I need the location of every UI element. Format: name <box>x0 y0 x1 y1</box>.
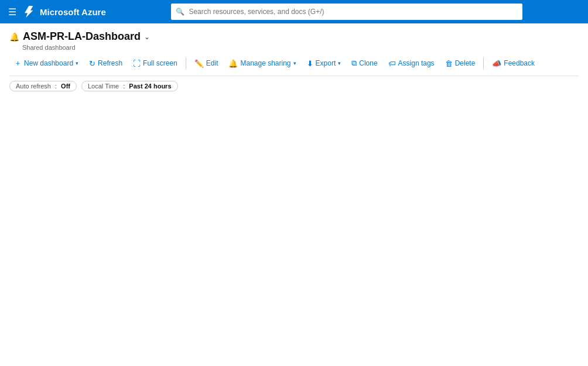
new-dashboard-chevron-icon: ▾ <box>76 60 78 66</box>
refresh-label: Refresh <box>98 59 122 67</box>
edit-icon: ✏️ <box>194 59 204 68</box>
export-icon: ⬇ <box>307 59 313 68</box>
local-time-label: Local Time <box>88 83 119 90</box>
local-time-separator: : <box>121 83 127 90</box>
auto-refresh-pill[interactable]: Auto refresh : Off <box>9 81 77 91</box>
feedback-button[interactable]: 📣 Feedback <box>487 57 539 70</box>
tag-icon: 🏷 <box>388 59 396 68</box>
manage-sharing-label: Manage sharing <box>240 59 290 67</box>
feedback-label: Feedback <box>504 59 535 67</box>
export-chevron-icon: ▾ <box>338 60 341 66</box>
delete-label: Delete <box>455 59 476 67</box>
full-screen-label: Full screen <box>143 59 177 67</box>
feedback-icon: 📣 <box>492 59 501 68</box>
status-row: Auto refresh : Off Local Time : Past 24 … <box>9 81 579 91</box>
local-time-pill[interactable]: Local Time : Past 24 hours <box>81 81 178 91</box>
search-bar: 🔍 <box>171 4 522 20</box>
dashboard-chevron-icon[interactable]: ⌄ <box>144 33 150 41</box>
sharing-icon: 🔔 <box>228 59 238 68</box>
clone-button[interactable]: ⧉ Clone <box>347 56 382 70</box>
refresh-button[interactable]: ↻ Refresh <box>84 57 127 70</box>
export-button[interactable]: ⬇ Export ▾ <box>302 57 346 70</box>
refresh-icon: ↻ <box>89 59 95 68</box>
clone-icon: ⧉ <box>351 59 357 68</box>
hamburger-menu[interactable]: ☰ <box>5 4 20 20</box>
auto-refresh-label: Auto refresh <box>16 83 51 90</box>
export-label: Export <box>316 59 336 67</box>
edit-button[interactable]: ✏️ Edit <box>190 57 223 70</box>
new-dashboard-button[interactable]: ＋ New dashboard ▾ <box>9 56 83 71</box>
auto-refresh-value: Off <box>61 83 70 90</box>
toolbar: ＋ New dashboard ▾ ↻ Refresh ⛶ Full scree… <box>9 56 579 76</box>
local-time-value: Past 24 hours <box>129 83 171 90</box>
topbar: ☰ Microsoft Azure 🔍 <box>0 0 588 23</box>
app-logo: Microsoft Azure <box>25 6 106 18</box>
auto-refresh-separator: : <box>53 83 59 90</box>
clone-label: Clone <box>359 59 377 67</box>
search-input[interactable] <box>171 4 522 20</box>
toolbar-separator-2 <box>483 57 484 69</box>
plus-icon: ＋ <box>14 58 22 69</box>
manage-sharing-button[interactable]: 🔔 Manage sharing ▾ <box>224 57 300 70</box>
dashboard-subtitle: Shared dashboard <box>22 44 579 51</box>
dashboard-bell-icon: 🔔 <box>9 32 19 42</box>
azure-logo-icon <box>25 6 36 18</box>
search-icon: 🔍 <box>176 8 184 16</box>
delete-button[interactable]: 🗑 Delete <box>440 57 480 70</box>
page-content: 🔔 ASM-PR-LA-Dashboard ⌄ Shared dashboard… <box>0 23 588 91</box>
new-dashboard-label: New dashboard <box>24 59 73 67</box>
edit-label: Edit <box>206 59 218 67</box>
app-name: Microsoft Azure <box>40 7 106 17</box>
fullscreen-icon: ⛶ <box>133 59 141 68</box>
toolbar-separator-1 <box>186 57 186 69</box>
assign-tags-button[interactable]: 🏷 Assign tags <box>384 57 439 70</box>
assign-tags-label: Assign tags <box>398 59 435 67</box>
manage-sharing-chevron-icon: ▾ <box>293 60 296 66</box>
dashboard-title: ASM-PR-LA-Dashboard <box>23 30 141 43</box>
full-screen-button[interactable]: ⛶ Full screen <box>128 57 182 70</box>
dashboard-title-row: 🔔 ASM-PR-LA-Dashboard ⌄ <box>9 30 579 43</box>
delete-icon: 🗑 <box>445 59 453 68</box>
